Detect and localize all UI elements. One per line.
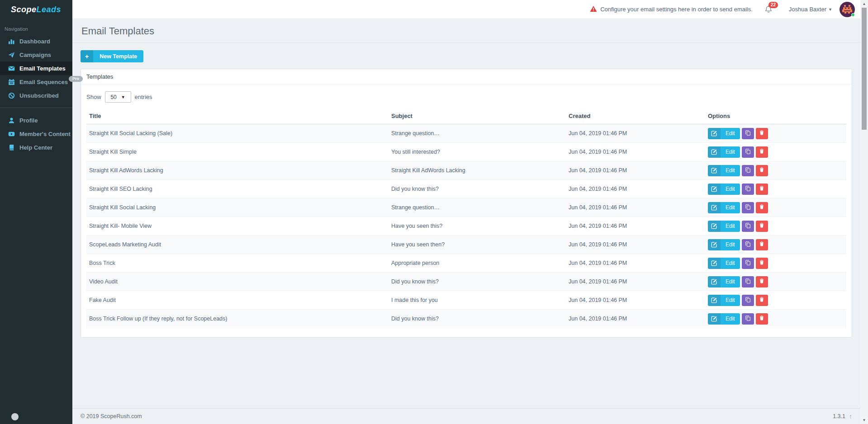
edit-button-label: Edit bbox=[721, 313, 740, 325]
sidebar-item-help-center[interactable]: Help Center bbox=[0, 141, 72, 154]
delete-button[interactable] bbox=[756, 295, 768, 306]
page-title: Email Templates bbox=[81, 25, 154, 37]
duplicate-button[interactable] bbox=[742, 313, 754, 325]
trash-icon bbox=[759, 167, 764, 174]
vertical-scrollbar[interactable]: ▲ ▼ bbox=[860, 0, 868, 424]
table-row: Fake Audit I made this for you Jun 04, 2… bbox=[86, 291, 846, 310]
footer: © 2019 ScopeRush.com 1.3.1 ↑ bbox=[72, 408, 860, 424]
sidebar-item-label: Unsubscribed bbox=[19, 92, 59, 99]
sidebar-bottom-widget[interactable] bbox=[11, 413, 19, 420]
sidebar-item-label: Campaigns bbox=[19, 52, 51, 58]
delete-button[interactable] bbox=[756, 165, 768, 176]
edit-button[interactable]: Edit bbox=[708, 202, 740, 213]
user-icon bbox=[8, 117, 15, 124]
duplicate-button[interactable] bbox=[742, 276, 754, 287]
delete-button[interactable] bbox=[756, 146, 768, 158]
page-size-select[interactable]: 50 ▼ bbox=[105, 91, 131, 103]
scopeleads-logo[interactable]: ScopeLeads bbox=[0, 0, 72, 19]
page-size-value: 50 bbox=[110, 94, 116, 100]
sidebar-item-profile[interactable]: Profile bbox=[0, 113, 72, 127]
duplicate-button[interactable] bbox=[742, 202, 754, 213]
sidebar-item-dashboard[interactable]: Dashboard bbox=[0, 34, 72, 48]
avatar[interactable] bbox=[840, 2, 855, 17]
template-title-cell: Video Audit bbox=[86, 273, 389, 291]
page-header: Email Templates bbox=[72, 19, 860, 43]
template-subject-cell: Did you know this? bbox=[389, 273, 566, 291]
delete-button[interactable] bbox=[756, 258, 768, 269]
template-created: Jun 04, 2019 01:46 PM bbox=[569, 204, 627, 211]
scroll-up-arrow-icon[interactable]: ▲ bbox=[860, 0, 868, 8]
template-created-cell: Jun 04, 2019 01:46 PM bbox=[566, 236, 705, 254]
edit-button[interactable]: Edit bbox=[708, 276, 740, 287]
trash-icon bbox=[759, 259, 764, 267]
trash-icon bbox=[759, 130, 764, 137]
column-header-title[interactable]: Title bbox=[86, 108, 389, 124]
duplicate-button[interactable] bbox=[742, 146, 754, 158]
delete-button[interactable] bbox=[756, 276, 768, 287]
notifications-button[interactable]: 22 bbox=[764, 5, 773, 14]
edit-button[interactable]: Edit bbox=[708, 313, 740, 325]
template-created-cell: Jun 04, 2019 01:46 PM bbox=[566, 291, 705, 310]
template-created-cell: Jun 04, 2019 01:46 PM bbox=[566, 198, 705, 217]
user-menu[interactable]: Joshua Baxter ▾ bbox=[789, 6, 831, 13]
duplicate-button[interactable] bbox=[742, 221, 754, 232]
new-template-button[interactable]: + New Template bbox=[81, 50, 143, 62]
delete-button[interactable] bbox=[756, 128, 768, 139]
edit-button[interactable]: Edit bbox=[708, 258, 740, 269]
copy-icon bbox=[745, 204, 751, 212]
column-header-subject[interactable]: Subject bbox=[389, 108, 566, 124]
edit-button[interactable]: Edit bbox=[708, 295, 740, 306]
delete-button[interactable] bbox=[756, 239, 768, 250]
template-subject: Have you seen then? bbox=[391, 241, 445, 248]
delete-button[interactable] bbox=[756, 202, 768, 213]
copy-icon bbox=[745, 130, 751, 137]
template-options-cell: Edit bbox=[705, 198, 846, 217]
sidebar-item-members-content[interactable]: Member's Content bbox=[0, 127, 72, 141]
template-created: Jun 04, 2019 01:46 PM bbox=[569, 186, 627, 192]
template-subject: Strange question… bbox=[391, 130, 440, 137]
edit-button[interactable]: Edit bbox=[708, 239, 740, 250]
template-created-cell: Jun 04, 2019 01:46 PM bbox=[566, 254, 705, 273]
template-created: Jun 04, 2019 01:46 PM bbox=[569, 149, 627, 155]
template-options-cell: Edit bbox=[705, 273, 846, 291]
edit-button[interactable]: Edit bbox=[708, 146, 740, 158]
nav-section-label: Navigation bbox=[0, 19, 72, 34]
template-subject-cell: Strange question… bbox=[389, 198, 566, 217]
email-settings-warning[interactable]: Configure your email settings here in or… bbox=[590, 5, 753, 14]
template-subject-cell: Strange question… bbox=[389, 124, 566, 143]
sidebar-item-unsubscribed[interactable]: Unsubscribed bbox=[0, 89, 72, 102]
entries-label: entries bbox=[135, 94, 152, 100]
duplicate-button[interactable] bbox=[742, 295, 754, 306]
scrollbar-thumb[interactable] bbox=[862, 8, 867, 130]
edit-button[interactable]: Edit bbox=[708, 128, 740, 139]
template-created-cell: Jun 04, 2019 01:46 PM bbox=[566, 124, 705, 143]
edit-button[interactable]: Edit bbox=[708, 165, 740, 176]
trash-icon bbox=[759, 148, 764, 155]
sidebar-item-campaigns[interactable]: Campaigns bbox=[0, 48, 72, 61]
scroll-down-arrow-icon[interactable]: ▼ bbox=[860, 416, 868, 424]
warning-triangle-icon bbox=[590, 5, 597, 14]
duplicate-button[interactable] bbox=[742, 239, 754, 250]
copy-icon bbox=[745, 297, 751, 304]
template-subject: Have you seen this? bbox=[391, 223, 442, 229]
show-label: Show bbox=[86, 94, 101, 100]
duplicate-button[interactable] bbox=[742, 165, 754, 176]
delete-button[interactable] bbox=[756, 221, 768, 232]
pencil-square-icon bbox=[708, 146, 721, 158]
bell-icon bbox=[764, 7, 773, 15]
pencil-square-icon bbox=[708, 128, 721, 139]
copy-icon bbox=[745, 222, 751, 230]
duplicate-button[interactable] bbox=[742, 258, 754, 269]
column-header-created[interactable]: Created bbox=[566, 108, 705, 124]
edit-button[interactable]: Edit bbox=[708, 184, 740, 195]
template-subject-cell: I made this for you bbox=[389, 291, 566, 310]
duplicate-button[interactable] bbox=[742, 128, 754, 139]
sidebar-item-email-sequences[interactable]: Email Sequences Pro bbox=[0, 75, 72, 89]
sidebar-item-email-templates[interactable]: Email Templates bbox=[0, 61, 72, 75]
delete-button[interactable] bbox=[756, 184, 768, 195]
back-to-top-arrow-icon[interactable]: ↑ bbox=[849, 413, 852, 420]
edit-button[interactable]: Edit bbox=[708, 221, 740, 232]
duplicate-button[interactable] bbox=[742, 184, 754, 195]
delete-button[interactable] bbox=[756, 313, 768, 325]
template-options-cell: Edit bbox=[705, 161, 846, 180]
